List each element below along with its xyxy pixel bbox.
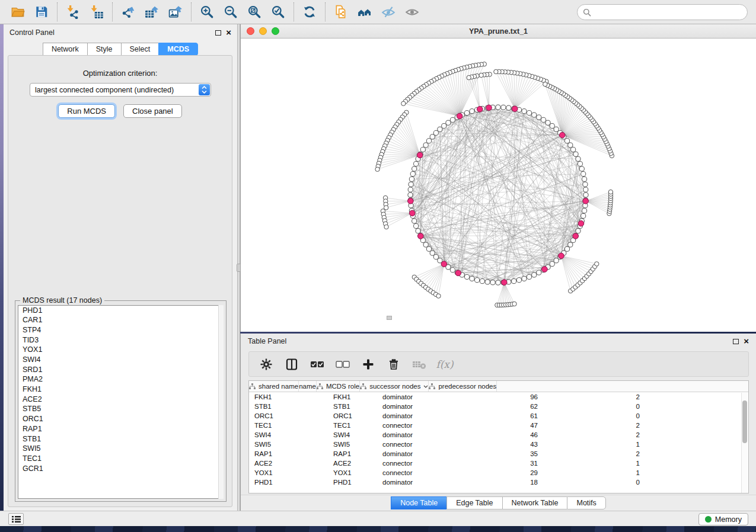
mcds-result-item[interactable]: STB1 [18,434,223,444]
import-table-button[interactable] [85,2,109,22]
table-row[interactable]: RAP1 RAP1 dominator 35 2 [249,449,748,459]
table-row[interactable]: STB1 STB1 dominator 62 0 [249,402,748,411]
first-neighbors-button[interactable] [353,2,377,22]
table-row[interactable]: TEC1 TEC1 connector 47 2 [249,421,748,430]
refresh-view-button[interactable] [298,2,321,22]
cell-predecessor-nodes: 0 [552,479,653,486]
mcds-result-item[interactable]: STB5 [18,405,223,415]
table-row[interactable]: SWI4 SWI4 dominator 46 2 [249,430,748,440]
column-header[interactable]: name [299,381,317,392]
mcds-result-item[interactable]: YOX1 [18,345,223,355]
network-canvas[interactable] [241,39,756,332]
cell-successor-nodes: 43 [465,441,552,448]
table-row[interactable]: PHD1 PHD1 dominator 18 0 [249,477,748,487]
select-all-rows-button[interactable] [310,357,325,372]
show-columns-button[interactable] [284,357,299,372]
cell-mcds-role: connector [377,441,465,448]
cell-name: TEC1 [328,422,377,429]
mcds-list-scrollbar[interactable] [218,305,224,499]
table-scrollbar[interactable] [741,393,748,493]
mcds-result-item[interactable]: SWI5 [18,444,223,454]
column-header[interactable]: MCDS role [317,381,360,392]
add-column-button[interactable] [361,357,376,372]
export-network-button[interactable] [116,2,140,22]
column-type-icon [360,383,366,389]
zoom-fit-button[interactable] [243,2,266,22]
zoom-fit-icon [247,5,261,19]
mcds-result-item[interactable]: FKH1 [18,385,223,395]
horizontal-splitter-handle[interactable] [387,316,392,320]
mcds-result-item[interactable]: PMA2 [18,375,223,385]
refresh-icon [302,5,317,19]
zoom-selected-button[interactable] [266,2,290,22]
optimization-criterion-select[interactable]: largest connected component (undirected) [30,83,211,97]
cell-name: SWI4 [328,431,377,438]
mcds-result-item[interactable]: PHD1 [18,306,223,316]
hide-selected-button[interactable] [377,2,400,22]
mcds-result-item[interactable]: ORC1 [18,415,223,425]
mcds-result-fieldset: MCDS result (17 nodes) PHD1 CAR1 STP4 TI… [15,300,227,502]
mcds-result-item[interactable]: SRD1 [18,365,223,375]
cell-predecessor-nodes: 1 [552,460,653,467]
mcds-result-item[interactable]: SWI4 [18,355,223,365]
control-panel-tab[interactable]: Style [87,43,121,56]
cell-successor-nodes: 31 [465,460,552,467]
control-panel-tab[interactable]: Select [121,43,159,56]
table-row[interactable]: YOX1 YOX1 connector 29 1 [249,468,748,477]
task-history-button[interactable] [8,513,24,525]
column-type-icon [249,383,256,389]
export-table-button[interactable] [140,2,164,22]
close-panel-button[interactable]: Close panel [123,104,182,118]
table-row[interactable]: FKH1 FKH1 dominator 96 2 [249,392,748,402]
close-panel-icon[interactable]: × [226,30,231,36]
column-header[interactable]: predecessor nodes [429,381,497,392]
control-panel-tab[interactable]: Network [43,43,87,56]
table-row[interactable]: ORC1 ORC1 dominator 61 0 [249,411,748,421]
float-table-panel-icon[interactable] [733,339,739,344]
column-header-label: predecessor nodes [438,383,496,390]
import-network-button[interactable] [61,2,85,22]
table-row[interactable]: ACE2 ACE2 connector 31 1 [249,459,748,468]
node-table[interactable]: shared name name MCDS role [248,380,749,493]
network-graph[interactable] [241,39,755,331]
mcds-result-item[interactable]: STP4 [18,325,223,335]
mcds-result-item[interactable]: RAP1 [18,424,223,434]
search-input[interactable] [594,8,736,17]
table-row[interactable]: SWI5 SWI5 connector 43 1 [249,440,748,449]
save-session-button[interactable] [30,2,53,22]
run-mcds-button[interactable]: Run MCDS [58,104,115,118]
search-field[interactable] [577,4,748,20]
table-tab[interactable]: Network Table [502,496,567,509]
status-bar: Memory [0,511,756,526]
show-all-button[interactable] [400,2,424,22]
mcds-result-list[interactable]: PHD1 CAR1 STP4 TID3 YOX1 SWI4 SRD1 PMA2 … [18,305,224,499]
column-type-icon [429,383,435,389]
zoom-in-button[interactable] [195,2,219,22]
mcds-result-item[interactable]: TEC1 [18,454,223,464]
table-settings-button[interactable] [259,357,274,372]
mcds-result-item[interactable]: CAR1 [18,316,223,326]
eye-slash-icon [381,5,395,19]
list-icon [12,515,21,523]
mcds-result-item[interactable]: GCR1 [18,464,223,474]
table-tab[interactable]: Motifs [567,496,605,509]
mcds-result-item[interactable]: ACE2 [18,395,223,405]
float-panel-icon[interactable] [215,30,221,36]
column-header[interactable]: successor nodes [360,381,429,392]
close-table-panel-icon[interactable]: × [744,338,749,344]
memory-button[interactable]: Memory [698,513,748,525]
duplicate-network-button[interactable] [329,2,353,22]
export-image-button[interactable] [164,2,187,22]
table-scrollbar-thumb[interactable] [742,400,747,443]
delete-row-button[interactable] [386,357,401,372]
mcds-result-item[interactable]: TID3 [18,335,223,345]
network-window-titlebar[interactable]: YPA_prune.txt_1 [241,24,756,39]
table-tab[interactable]: Node Table [391,496,446,509]
column-header[interactable]: shared name [249,381,299,392]
open-session-button[interactable] [6,2,30,22]
cell-shared-name: YOX1 [249,469,328,476]
zoom-out-button[interactable] [219,2,243,22]
deselect-all-rows-button[interactable] [335,357,350,372]
control-panel-tab[interactable]: MCDS [158,43,198,56]
table-tab[interactable]: Edge Table [446,496,502,509]
